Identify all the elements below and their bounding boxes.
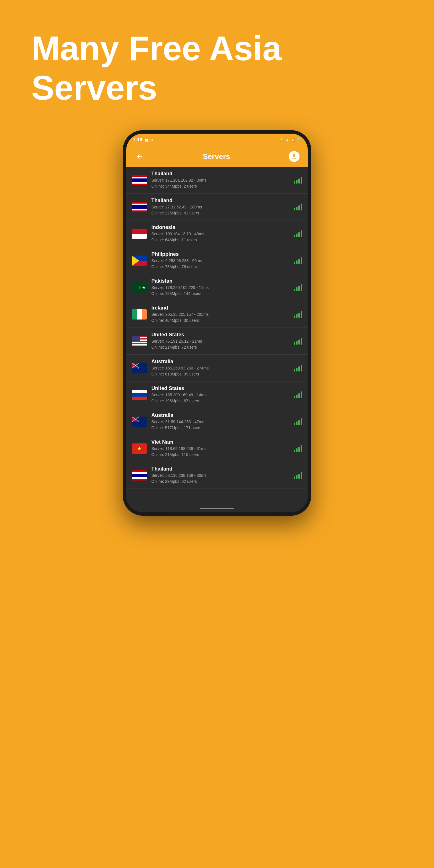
server-address: Server: 9.253.96.233 - 96ms <box>151 258 289 264</box>
signal-bars <box>294 392 302 398</box>
key-icon: 🔑 <box>280 138 284 142</box>
server-address: Server: 103.104.13.10 - 49ms <box>151 231 289 237</box>
country-flag <box>132 229 147 239</box>
server-list-item[interactable]: 🇦🇺 Australia Server: 165.250.93.250 - 27… <box>126 354 308 381</box>
server-info: United States Server: 185.209.160.49 - 1… <box>151 385 289 404</box>
country-flag <box>132 175 147 185</box>
server-online: Online: 196Mpbs, 67 users <box>151 398 289 404</box>
country-name: Philippines <box>151 251 289 257</box>
signal-bars <box>294 445 302 452</box>
country-name: United States <box>151 385 289 392</box>
country-name: Thailand <box>151 466 289 472</box>
server-address: Server: 185.209.160.49 - 14ms <box>151 392 289 398</box>
country-name: United States <box>151 332 289 338</box>
signal-bars <box>294 204 302 211</box>
server-online: Online: 344Mpbs, 2 users <box>151 183 289 189</box>
server-list-item[interactable]: Thailand Server: 171.101.102.92 - 30ms O… <box>126 167 308 194</box>
server-list-item[interactable]: Ireland Server: 205.38.225.157 - 205ms O… <box>126 301 308 328</box>
server-online: Online: 404Mpbs, 30 users <box>151 317 289 323</box>
signal-bars <box>294 418 302 425</box>
server-address: Server: 118.69.188.239 - 31ms <box>151 446 289 452</box>
signal-bars <box>294 284 302 291</box>
signal-bars <box>294 230 302 237</box>
server-list-item[interactable]: 🇦🇺 Australia Server: 61.89.144.233 - 47m… <box>126 408 308 435</box>
home-indicator <box>126 504 308 512</box>
country-flag: ☽ ★ <box>132 282 147 293</box>
server-info: Philippines Server: 9.253.96.233 - 96ms … <box>151 251 289 270</box>
signal-bars <box>294 177 302 184</box>
country-name: Thailand <box>151 197 289 204</box>
battery-icon: 🔋 <box>297 138 301 142</box>
server-list-item[interactable]: Philippines Server: 9.253.96.233 - 96ms … <box>126 247 308 274</box>
server-address: Server: 61.89.144.233 - 47ms <box>151 419 289 425</box>
server-online: Online: 198Mpbs, 144 users <box>151 291 289 297</box>
phone-frame: 7:19 ▤ ⊙ 🔑 ▲ 📶 🔋 Servers <box>123 130 311 516</box>
server-online: Online: 226Mpbs, 41 users <box>151 210 289 216</box>
server-online: Online: 619Mpbs, 99 users <box>151 371 289 377</box>
country-name: Australia <box>151 359 289 365</box>
server-online: Online: 29Mpbs, 62 users <box>151 478 289 485</box>
country-flag <box>132 470 147 480</box>
country-flag <box>132 255 147 266</box>
screen-title: Servers <box>203 152 230 161</box>
home-bar <box>200 508 234 509</box>
signal-bars <box>294 365 302 371</box>
server-address: Server: 205.38.225.157 - 205ms <box>151 311 289 317</box>
server-info: Australia Server: 165.250.93.250 - 274ms… <box>151 359 289 377</box>
server-list-item[interactable]: United States Server: 76.191.25.12 - 21m… <box>126 328 308 354</box>
server-info: Thailand Server: 171.101.102.92 - 30ms O… <box>151 171 289 189</box>
signal-bars <box>294 472 302 479</box>
country-name: Australia <box>151 412 289 418</box>
country-flag <box>132 202 147 212</box>
page-headline: Many Free Asia Servers <box>31 29 403 107</box>
signal-bars <box>294 311 302 318</box>
server-online: Online: 64Mpbs, 11 users <box>151 237 289 243</box>
server-online: Online: 78Mpbs, 76 users <box>151 264 289 270</box>
server-list-item[interactable]: United States Server: 185.209.160.49 - 1… <box>126 381 308 408</box>
country-flag: 🇦🇺 <box>132 363 147 373</box>
server-list-item[interactable]: Thailand Server: 58.136.238.138 - 30ms O… <box>126 462 308 489</box>
server-info: Viet Nam Server: 118.69.188.239 - 31ms O… <box>151 439 289 458</box>
top-bar: Servers <box>126 146 308 167</box>
server-info: Pakistan Server: 179.220.105.229 - 11ms … <box>151 278 289 297</box>
country-flag <box>132 390 147 400</box>
status-bar: 7:19 ▤ ⊙ 🔑 ▲ 📶 🔋 <box>126 134 308 146</box>
country-flag: 🇦🇺 <box>132 416 147 427</box>
country-name: Ireland <box>151 305 289 311</box>
server-info: Australia Server: 61.89.144.233 - 47ms O… <box>151 412 289 431</box>
server-list-item[interactable]: ★ Viet Nam Server: 118.69.188.239 - 31ms… <box>126 435 308 462</box>
server-list-item[interactable]: ☽ ★ Pakistan Server: 179.220.105.229 - 1… <box>126 274 308 301</box>
signal-bars <box>294 257 302 264</box>
server-online: Online: 517Mpbs, 171 users <box>151 425 289 431</box>
server-address: Server: 179.220.105.229 - 11ms <box>151 285 289 291</box>
download-button[interactable] <box>287 150 301 163</box>
sim-icon: ▤ <box>145 138 148 142</box>
server-info: Indonesia Server: 103.104.13.10 - 49ms O… <box>151 224 289 243</box>
server-online: Online: 21Mpbs, 72 users <box>151 344 289 350</box>
server-address: Server: 165.250.93.250 - 274ms <box>151 365 289 371</box>
country-name: Viet Nam <box>151 439 289 445</box>
server-list-item[interactable]: Thailand Server: 27.31.52.43 - 280ms Onl… <box>126 194 308 220</box>
server-info: United States Server: 76.191.25.12 - 21m… <box>151 332 289 350</box>
server-list-item[interactable]: Indonesia Server: 103.104.13.10 - 49ms O… <box>126 220 308 247</box>
cell-icon: 📶 <box>291 138 295 142</box>
status-left: 7:19 ▤ ⊙ <box>133 137 153 143</box>
country-flag <box>132 309 147 319</box>
country-name: Thailand <box>151 171 289 177</box>
server-list: Thailand Server: 171.101.102.92 - 30ms O… <box>126 167 308 504</box>
country-flag <box>132 336 147 346</box>
download-icon <box>289 151 300 162</box>
server-address: Server: 58.136.238.138 - 30ms <box>151 472 289 478</box>
country-name: Pakistan <box>151 278 289 284</box>
back-button[interactable] <box>133 150 146 163</box>
server-address: Server: 27.31.52.43 - 280ms <box>151 204 289 210</box>
server-info: Ireland Server: 205.38.225.157 - 205ms O… <box>151 305 289 323</box>
server-address: Server: 171.101.102.92 - 30ms <box>151 177 289 183</box>
country-flag: ★ <box>132 443 147 454</box>
status-right: 🔑 ▲ 📶 🔋 <box>280 138 301 142</box>
wifi-icon: ⊙ <box>150 138 153 142</box>
time-display: 7:19 <box>133 137 142 143</box>
signal-icon: ▲ <box>285 138 289 142</box>
phone-screen: 7:19 ▤ ⊙ 🔑 ▲ 📶 🔋 Servers <box>126 134 308 512</box>
server-info: Thailand Server: 58.136.238.138 - 30ms O… <box>151 466 289 485</box>
